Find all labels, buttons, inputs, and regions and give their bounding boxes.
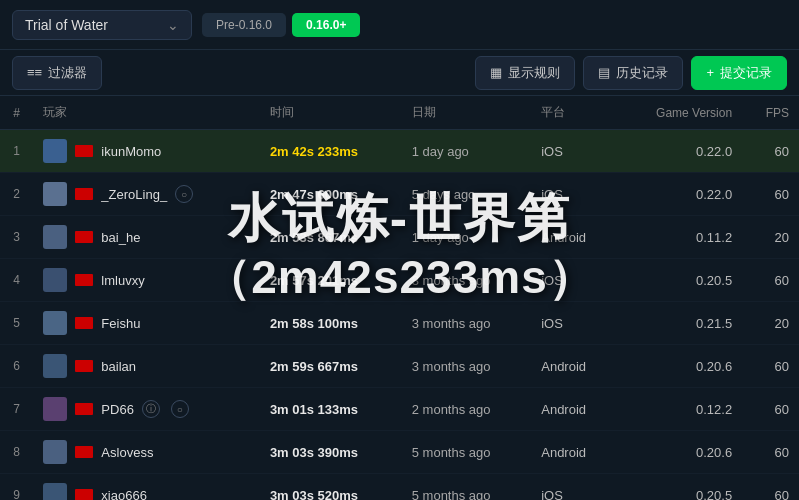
circle-icon[interactable]: ○ (171, 400, 189, 418)
flag-icon (75, 403, 93, 415)
cell-player: ikunMomo (33, 130, 260, 173)
table-row: 2_ZeroLing_○2m 47s 600ms5 days agoiOS0.2… (0, 173, 799, 216)
info-icon[interactable]: ⓘ (142, 400, 160, 418)
avatar (43, 440, 67, 464)
table-body: 1ikunMomo2m 42s 233ms1 day agoiOS0.22.06… (0, 130, 799, 501)
cell-time: 2m 53s 867ms (260, 216, 402, 259)
flag-icon (75, 446, 93, 458)
player-name: Aslovess (101, 445, 153, 460)
cell-date: 5 days ago (402, 173, 532, 216)
table-row: 9xiao6663m 03s 520ms5 months agoiOS0.20.… (0, 474, 799, 501)
flag-icon (75, 317, 93, 329)
cell-time: 2m 47s 600ms (260, 173, 402, 216)
rules-icon: ▦ (490, 65, 502, 80)
cell-version: 0.20.5 (616, 259, 742, 302)
cell-version: 0.22.0 (616, 173, 742, 216)
cell-rank: 5 (0, 302, 33, 345)
cell-fps: 20 (742, 216, 799, 259)
avatar (43, 483, 67, 500)
version-tab-current[interactable]: 0.16.0+ (292, 13, 360, 37)
player-name: _ZeroLing_ (101, 187, 167, 202)
cell-player: Aslovess (33, 431, 260, 474)
player-name: ikunMomo (101, 144, 161, 159)
circle-icon[interactable]: ○ (175, 185, 193, 203)
avatar (43, 397, 67, 421)
flag-icon (75, 274, 93, 286)
cell-fps: 60 (742, 173, 799, 216)
player-name: bai_he (101, 230, 140, 245)
rules-button[interactable]: ▦ 显示规则 (475, 56, 575, 90)
table-row: 4lmluvxy2m 57s 201ms3 months agoiOS0.20.… (0, 259, 799, 302)
game-selector[interactable]: Trial of Water ⌄ (12, 10, 192, 40)
cell-date: 3 months ago (402, 345, 532, 388)
cell-fps: 60 (742, 431, 799, 474)
cell-version: 0.20.6 (616, 431, 742, 474)
flag-icon (75, 231, 93, 243)
cell-rank: 6 (0, 345, 33, 388)
col-fps: FPS (742, 96, 799, 130)
avatar (43, 354, 67, 378)
flag-icon (75, 188, 93, 200)
cell-version: 0.21.5 (616, 302, 742, 345)
col-player: 玩家 (33, 96, 260, 130)
cell-player: PD66ⓘ○ (33, 388, 260, 431)
cell-platform: Android (531, 431, 616, 474)
col-version: Game Version (616, 96, 742, 130)
player-name: PD66 (101, 402, 134, 417)
cell-date: 5 months ago (402, 474, 532, 501)
cell-version: 0.12.2 (616, 388, 742, 431)
cell-player: _ZeroLing_○ (33, 173, 260, 216)
col-rank: # (0, 96, 33, 130)
toolbar: ≡≡ 过滤器 ▦ 显示规则 ▤ 历史记录 + 提交记录 (0, 50, 799, 96)
flag-icon (75, 145, 93, 157)
history-button[interactable]: ▤ 历史记录 (583, 56, 683, 90)
cell-platform: Android (531, 216, 616, 259)
cell-fps: 60 (742, 130, 799, 173)
table-row: 3bai_he2m 53s 867ms1 day agoAndroid0.11.… (0, 216, 799, 259)
cell-platform: iOS (531, 130, 616, 173)
submit-button[interactable]: + 提交记录 (691, 56, 787, 90)
cell-date: 1 day ago (402, 216, 532, 259)
cell-rank: 2 (0, 173, 33, 216)
cell-fps: 60 (742, 474, 799, 501)
table-row: 6bailan2m 59s 667ms3 months agoAndroid0.… (0, 345, 799, 388)
cell-platform: Android (531, 345, 616, 388)
cell-fps: 60 (742, 388, 799, 431)
cell-time: 3m 03s 390ms (260, 431, 402, 474)
cell-time: 2m 59s 667ms (260, 345, 402, 388)
cell-rank: 1 (0, 130, 33, 173)
table-header-row: # 玩家 时间 日期 平台 Game Version FPS (0, 96, 799, 130)
table-row: 5Feishu2m 58s 100ms3 months agoiOS0.21.5… (0, 302, 799, 345)
player-name: lmluvxy (101, 273, 144, 288)
table-row: 8Aslovess3m 03s 390ms5 months agoAndroid… (0, 431, 799, 474)
avatar (43, 268, 67, 292)
cell-time: 3m 03s 520ms (260, 474, 402, 501)
player-name: xiao666 (101, 488, 147, 501)
cell-rank: 3 (0, 216, 33, 259)
cell-platform: iOS (531, 474, 616, 501)
flag-icon (75, 489, 93, 500)
version-tab-pre[interactable]: Pre-0.16.0 (202, 13, 286, 37)
cell-platform: iOS (531, 259, 616, 302)
player-name: bailan (101, 359, 136, 374)
cell-platform: Android (531, 388, 616, 431)
leaderboard-table-container: # 玩家 时间 日期 平台 Game Version FPS 1ikunMomo… (0, 96, 799, 500)
cell-platform: iOS (531, 302, 616, 345)
cell-fps: 20 (742, 302, 799, 345)
cell-rank: 4 (0, 259, 33, 302)
chevron-down-icon: ⌄ (167, 17, 179, 33)
leaderboard-table: # 玩家 时间 日期 平台 Game Version FPS 1ikunMomo… (0, 96, 799, 500)
cell-version: 0.22.0 (616, 130, 742, 173)
game-selector-label: Trial of Water (25, 17, 108, 33)
filter-button[interactable]: ≡≡ 过滤器 (12, 56, 102, 90)
cell-time: 3m 01s 133ms (260, 388, 402, 431)
cell-player: bailan (33, 345, 260, 388)
filter-icon: ≡≡ (27, 65, 42, 80)
submit-icon: + (706, 65, 714, 80)
cell-version: 0.11.2 (616, 216, 742, 259)
cell-date: 5 months ago (402, 431, 532, 474)
cell-time: 2m 42s 233ms (260, 130, 402, 173)
cell-date: 2 months ago (402, 388, 532, 431)
cell-date: 3 months ago (402, 259, 532, 302)
version-tabs: Pre-0.16.0 0.16.0+ (202, 13, 360, 37)
